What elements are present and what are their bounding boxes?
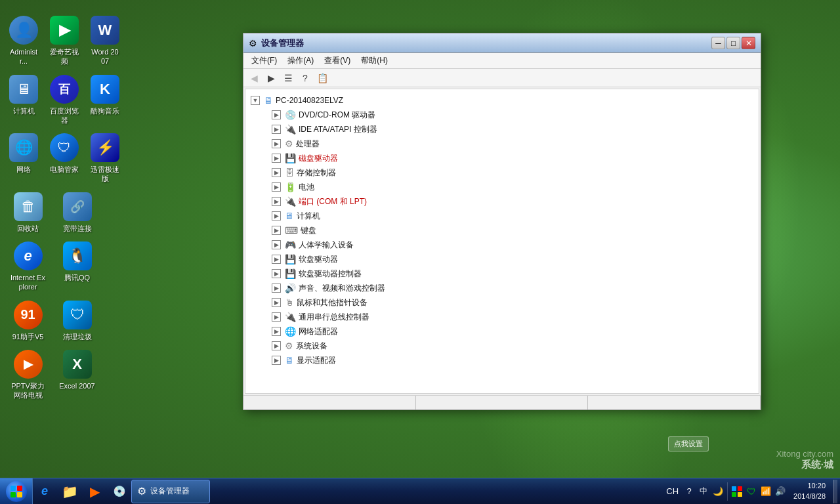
windows-flag-icon[interactable] — [730, 485, 744, 498]
tree-icon-hid: 🎮 — [285, 240, 296, 250]
tree-item-ide[interactable]: ▶ 🔌 IDE ATA/ATAPI 控制器 — [269, 122, 759, 136]
tree-expand-floppy[interactable]: ▶ — [272, 255, 281, 264]
tree-item-port[interactable]: ▶ 🔌 端口 (COM 和 LPT) — [269, 194, 759, 209]
desktop-icon-pptv[interactable]: ▶ PPTV聚力 网络电视 — [7, 347, 49, 403]
tree-icon-floppy-ctrl: 💾 — [285, 268, 296, 279]
tree-expand-root[interactable]: ▼ — [251, 96, 260, 105]
menu-action[interactable]: 操作(A) — [282, 54, 319, 68]
desktop-icon-iqiyi[interactable]: ▶ 爱奇艺视频 — [47, 13, 81, 69]
window-menubar: 文件(F) 操作(A) 查看(V) 帮助(H) — [243, 53, 761, 69]
tree-item-storage[interactable]: ▶ 🗄 存储控制器 — [269, 165, 759, 180]
tree-item-dvd[interactable]: ▶ 💿 DVD/CD-ROM 驱动器 — [269, 108, 759, 122]
tree-item-keyboard[interactable]: ▶ ⌨ 键盘 — [269, 223, 759, 238]
menu-view[interactable]: 查看(V) — [319, 54, 356, 68]
tree-expand-dvd[interactable]: ▶ — [272, 110, 281, 119]
desktop-icon-excel-label: Excel 2007 — [59, 381, 94, 390]
desktop-icon-recycle[interactable]: 🗑 回收站 — [7, 190, 49, 236]
tree-expand-floppy-ctrl[interactable]: ▶ — [272, 269, 281, 278]
device-tree-content[interactable]: ▼ 🖥 PC-20140823ELVZ ▶ 💿 DVD/CD-ROM 驱动器 ▶ — [245, 89, 759, 394]
tree-item-usb[interactable]: ▶ 🔌 通用串行总线控制器 — [269, 310, 759, 324]
tree-expand-usb[interactable]: ▶ — [272, 312, 281, 322]
tree-expand-cpu[interactable]: ▶ — [272, 139, 281, 148]
svg-rect-4 — [732, 486, 736, 491]
desktop-icon-network[interactable]: 🌐 网络 — [7, 131, 41, 186]
desktop-icon-thunder[interactable]: ⚡ 迅雷极速版 — [88, 131, 122, 186]
tree-expand-port[interactable]: ▶ — [272, 197, 281, 206]
minimize-button[interactable]: ─ — [711, 37, 725, 49]
tree-item-floppy[interactable]: ▶ 💾 软盘驱动器 — [269, 252, 759, 266]
tree-icon-cpu: ⚙ — [285, 138, 293, 149]
desktop-icon-word[interactable]: W Word 2007 — [88, 13, 122, 69]
desktop-icon-baidu[interactable]: 百 百度浏览器 — [47, 72, 81, 128]
tree-item-sysdev[interactable]: ▶ ⚙ 系统设备 — [269, 339, 759, 353]
close-button[interactable]: ✕ — [742, 37, 755, 49]
tree-item-display[interactable]: ▶ 🖥 显示适配器 — [269, 353, 759, 368]
tree-expand-comp[interactable]: ▶ — [272, 211, 281, 220]
input-method-icon[interactable]: 中 — [697, 485, 710, 498]
clock[interactable]: 10:20 2014/8/28 — [789, 480, 830, 503]
toolbar-view-button[interactable]: ☰ — [280, 71, 296, 85]
statusbar-pane-3 — [588, 396, 761, 410]
tree-item-mouse[interactable]: ▶ 🖱 鼠标和其他指针设备 — [269, 295, 759, 310]
desktop-icon-91[interactable]: 91 91助手V5 — [7, 298, 49, 344]
start-button[interactable] — [0, 478, 33, 505]
taskbar-media-icon[interactable]: ▶ — [83, 480, 106, 503]
tree-expand-display[interactable]: ▶ — [272, 356, 281, 365]
toolbar-forward-button[interactable]: ▶ — [263, 71, 279, 85]
tree-label-floppy: 软盘驱动器 — [299, 254, 338, 265]
clock-time: 10:20 — [793, 481, 826, 491]
desktop-icon-broadband[interactable]: 🔗 宽带连接 — [56, 190, 98, 236]
desktop-icon-pcmgr[interactable]: 🛡 电脑管家 — [47, 131, 81, 186]
volume-tray-icon[interactable]: 🔊 — [774, 485, 787, 498]
taskbar-ie-icon[interactable]: e — [33, 480, 56, 503]
tree-item-comp[interactable]: ▶ 🖥 计算机 — [269, 209, 759, 223]
tree-expand-storage[interactable]: ▶ — [272, 168, 281, 177]
tree-expand-battery[interactable]: ▶ — [272, 182, 281, 192]
tree-item-battery[interactable]: ▶ 🔋 电池 — [269, 180, 759, 194]
tree-icon-usb: 🔌 — [285, 312, 296, 322]
tree-item-disk[interactable]: ▶ 💾 磁盘驱动器 — [269, 151, 759, 165]
tree-item-cpu[interactable]: ▶ ⚙ 处理器 — [269, 136, 759, 151]
desktop-icon-qq[interactable]: 🐧 腾讯QQ — [56, 239, 98, 295]
tree-label-ide: IDE ATA/ATAPI 控制器 — [299, 124, 377, 135]
help-tray-icon[interactable]: ? — [682, 485, 696, 498]
desktop-icon-excel[interactable]: X Excel 2007 — [56, 347, 98, 403]
toolbar-back-button[interactable]: ◀ — [246, 71, 262, 85]
desktop-icon-clean[interactable]: 🛡 清理垃圾 — [56, 298, 98, 344]
tree-root-computer[interactable]: ▼ 🖥 PC-20140823ELVZ — [245, 93, 759, 108]
moon-icon[interactable]: 🌙 — [711, 485, 724, 498]
tree-item-hid[interactable]: ▶ 🎮 人体学输入设备 — [269, 238, 759, 252]
desktop-icon-kugou[interactable]: K 酷狗音乐 — [88, 72, 122, 128]
taskbar-active-app[interactable]: ⚙ 设备管理器 — [131, 480, 210, 503]
network-tray-icon[interactable]: 📶 — [759, 485, 772, 498]
tree-expand-ide[interactable]: ▶ — [272, 125, 281, 134]
menu-help[interactable]: 帮助(H) — [356, 54, 393, 68]
tree-expand-netadapter[interactable]: ▶ — [272, 327, 281, 336]
menu-file[interactable]: 文件(F) — [246, 54, 282, 68]
tree-expand-disk[interactable]: ▶ — [272, 154, 281, 163]
tree-expand-keyboard[interactable]: ▶ — [272, 226, 281, 235]
taskbar-explorer-icon[interactable]: 📁 — [58, 480, 81, 503]
desktop-icon-computer-label: 计算机 — [13, 106, 35, 116]
toolbar-help-button[interactable]: ? — [297, 71, 313, 85]
desktop-icon-admin[interactable]: 👤 Administr... — [7, 13, 41, 69]
maximize-button[interactable]: □ — [726, 37, 740, 49]
click-settings-button[interactable]: 点我设置 — [668, 436, 709, 452]
tree-item-floppy-ctrl[interactable]: ▶ 💾 软盘驱动器控制器 — [269, 266, 759, 281]
language-indicator[interactable]: CH — [663, 485, 681, 497]
tree-label-usb: 通用串行总线控制器 — [299, 312, 369, 323]
tree-expand-sound[interactable]: ▶ — [272, 284, 281, 293]
desktop-icon-iqiyi-label: 爱奇艺视频 — [50, 47, 79, 66]
toolbar-properties-button[interactable]: 📋 — [314, 71, 330, 85]
tree-expand-mouse[interactable]: ▶ — [272, 298, 281, 307]
desktop-icon-pcmgr-label: 电脑管家 — [50, 165, 79, 174]
tree-expand-sysdev[interactable]: ▶ — [272, 341, 281, 350]
desktop-icon-computer[interactable]: 🖥 计算机 — [7, 72, 41, 128]
taskbar-dvd-icon[interactable]: 💿 — [108, 480, 131, 503]
tree-item-netadapter[interactable]: ▶ 🌐 网络适配器 — [269, 324, 759, 339]
tree-item-sound[interactable]: ▶ 🔊 声音、视频和游戏控制器 — [269, 281, 759, 295]
tree-expand-hid[interactable]: ▶ — [272, 240, 281, 249]
desktop-icon-ie[interactable]: e Internet Explorer — [7, 239, 49, 295]
show-desktop-button[interactable] — [833, 480, 837, 503]
shield-tray-icon[interactable]: 🛡 — [745, 485, 758, 498]
